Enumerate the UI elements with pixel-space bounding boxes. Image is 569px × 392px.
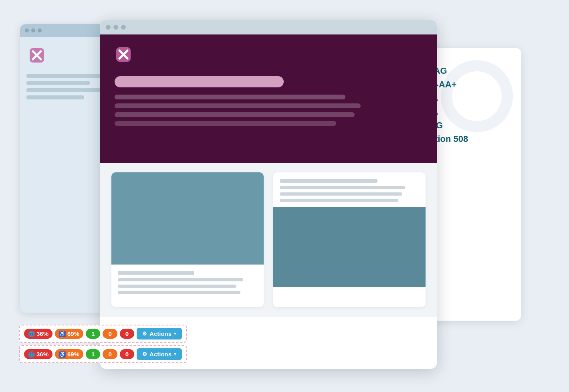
main-dot-1 [106, 25, 111, 30]
header-logo [115, 46, 422, 65]
header-line-3 [115, 112, 355, 117]
header-line-4 [115, 121, 336, 126]
action-row-1: 🌐 36% ♿ 69% 1 0 0 ⚙ Actions ▾ [19, 325, 187, 343]
score-badge-access-1: ♿ 69% [55, 329, 83, 339]
score-badge-access-2: ♿ 69% [55, 349, 83, 359]
back-dot-2 [31, 28, 35, 32]
main-browser-window [100, 20, 437, 369]
card-text-right-3 [280, 192, 402, 196]
score2-value-2: 69% [67, 351, 79, 358]
content-card-left [111, 172, 264, 307]
card-text-right-2 [280, 186, 405, 189]
action-rows-overlay: 🌐 36% ♿ 69% 1 0 0 ⚙ Actions ▾ 🌐 36% ♿ 69… [19, 325, 187, 363]
card-text-bar-2 [118, 278, 243, 281]
main-dot-2 [113, 25, 118, 30]
chevron-down-icon-2: ▾ [174, 352, 176, 357]
card-text-bar-4 [118, 291, 240, 294]
main-dot-3 [121, 25, 126, 30]
count-orange-1: 0 [103, 329, 117, 339]
card-text-right-4 [280, 199, 398, 202]
chevron-down-icon-1: ▾ [174, 331, 176, 336]
accessibility-icon-1: ♿ [59, 331, 66, 337]
gear-icon-1: ⚙ [142, 331, 147, 337]
main-header [100, 34, 437, 163]
count-orange-2: 0 [103, 349, 117, 359]
actions-button-2[interactable]: ⚙ Actions ▾ [137, 348, 182, 360]
card-image-left [111, 172, 264, 265]
gear-icon-2: ⚙ [142, 351, 147, 357]
card-text-right-1 [280, 179, 377, 183]
action-row-2: 🌐 36% ♿ 69% 1 0 0 ⚙ Actions ▾ [19, 345, 187, 363]
main-titlebar [100, 20, 437, 34]
accessibility-icon-2: ♿ [59, 351, 66, 358]
count-red-1: 0 [120, 329, 134, 339]
card-text-left [111, 265, 264, 301]
actions-label-1: Actions [149, 330, 172, 337]
score-badge-world-1: 🌐 36% [24, 329, 52, 339]
back-dot-1 [25, 28, 29, 32]
main-content-area [100, 163, 437, 317]
content-card-right [273, 172, 426, 307]
score-badge-world-2: 🌐 36% [24, 349, 52, 359]
header-title-bar [115, 76, 284, 87]
header-line-1 [115, 95, 345, 99]
count-green-2: 1 [86, 349, 100, 359]
card-text-bar-1 [118, 271, 194, 275]
actions-button-1[interactable]: ⚙ Actions ▾ [137, 328, 182, 339]
score1-value-1: 36% [36, 330, 48, 337]
world-icon-2: 🌐 [28, 351, 35, 358]
world-icon-1: 🌐 [28, 331, 35, 337]
count-red-2: 0 [120, 349, 134, 359]
actions-label-2: Actions [149, 351, 172, 358]
count-green-1: 1 [86, 329, 100, 339]
card-image-right [273, 207, 426, 287]
back-dot-3 [38, 28, 42, 32]
card-text-bar-3 [118, 285, 236, 288]
score1-value-2: 36% [36, 351, 48, 358]
card-text-right-top [273, 172, 426, 202]
header-line-2 [115, 103, 361, 108]
score2-value-1: 69% [67, 330, 79, 337]
